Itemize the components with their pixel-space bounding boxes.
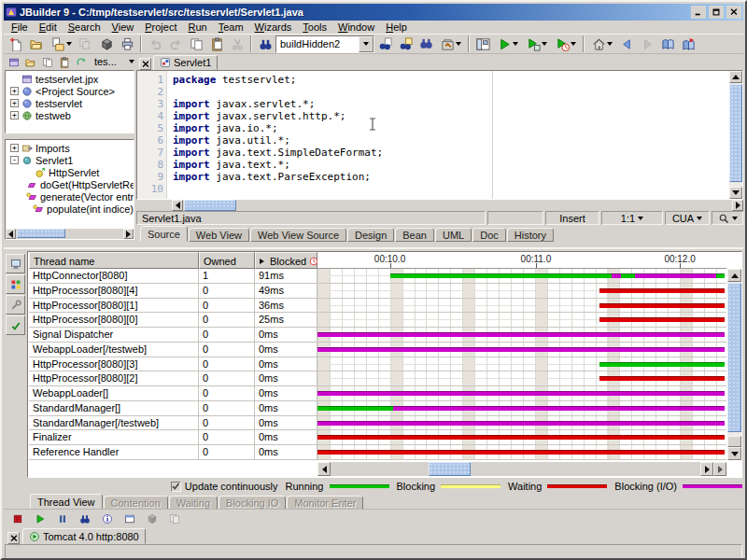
column-header-owned[interactable]: Owned xyxy=(199,252,255,269)
code-line[interactable]: 6import java.util.*; xyxy=(137,134,727,147)
update-continuously-checkbox[interactable]: Update continuously xyxy=(171,481,278,492)
save-file-button[interactable] xyxy=(47,34,76,54)
tab-servlet1[interactable]: Servlet1 xyxy=(153,55,218,70)
title-bar[interactable]: JBuilder 9 - C:/tmp/testservlet/src/test… xyxy=(4,4,743,21)
timeline-row[interactable] xyxy=(317,343,726,357)
context-help-button[interactable] xyxy=(678,34,698,54)
thread-row-name[interactable]: HttpProcessor[8080][2] xyxy=(29,371,199,386)
scrollbar-thumb[interactable] xyxy=(727,283,741,432)
project-tree-item-testservlet[interactable]: +testservlet xyxy=(8,97,134,109)
timeline-row[interactable] xyxy=(317,386,726,401)
timeline-vscrollbar[interactable] xyxy=(727,269,741,460)
scrollbar-thumb[interactable] xyxy=(17,229,65,238)
cut-button[interactable] xyxy=(227,34,247,54)
menu-help[interactable]: Help xyxy=(380,21,413,33)
remove-files-button[interactable] xyxy=(57,54,73,70)
close-project-button[interactable] xyxy=(6,54,21,70)
structure-hscrollbar[interactable] xyxy=(6,229,134,239)
scroll-right-button[interactable] xyxy=(123,229,134,239)
reset-program-button[interactable] xyxy=(7,510,28,527)
timeline-row[interactable] xyxy=(317,416,726,431)
status-caret-position[interactable]: 1:1 xyxy=(601,211,663,225)
timeline-hscrollbar[interactable] xyxy=(317,462,726,476)
redo-button[interactable] xyxy=(165,34,186,54)
timeline-row[interactable] xyxy=(317,371,726,386)
column-header-blocked[interactable]: Blocked xyxy=(255,252,317,269)
scroll-up-button[interactable] xyxy=(729,71,742,83)
run-button[interactable] xyxy=(493,34,522,54)
status-keymap[interactable]: CUA xyxy=(665,211,710,225)
thread-row-name[interactable]: StandardManager[] xyxy=(29,401,199,416)
structure-tree-item-generate-vector-entrepr[interactable]: generate(Vector entrepr xyxy=(8,190,134,203)
project-tree-item-testweb[interactable]: +testweb xyxy=(8,109,134,121)
menu-file[interactable]: File xyxy=(6,21,34,33)
optimizeit-button[interactable] xyxy=(587,34,616,54)
editor-layout-button[interactable] xyxy=(472,34,493,54)
back-button[interactable] xyxy=(616,34,637,54)
profile-options-button[interactable] xyxy=(6,274,25,294)
undo-button[interactable] xyxy=(145,34,165,54)
timeline-row[interactable] xyxy=(317,401,726,416)
active-project-combobox[interactable]: tes... xyxy=(92,55,136,69)
structure-tree-item-doget-httpservletreque[interactable]: doGet(HttpServletReque xyxy=(8,178,134,190)
snapshot-button[interactable] xyxy=(6,295,25,315)
timeline-row[interactable] xyxy=(317,313,726,328)
code-line[interactable]: 2 xyxy=(137,86,727,98)
minimize-button[interactable] xyxy=(691,6,706,19)
timeline-row[interactable] xyxy=(317,357,726,372)
save-all-button[interactable] xyxy=(76,34,96,54)
menu-run[interactable]: Run xyxy=(183,21,213,33)
gc-button[interactable] xyxy=(6,315,25,335)
scroll-down-button[interactable] xyxy=(727,447,741,460)
scroll-left-button[interactable] xyxy=(317,462,331,476)
thread-row-name[interactable]: HttpProcessor[8080][0] xyxy=(29,313,199,328)
add-files-button[interactable] xyxy=(39,54,55,70)
project-properties-button[interactable] xyxy=(96,34,117,54)
open-project-button[interactable] xyxy=(22,54,38,70)
view-threads-button[interactable] xyxy=(75,510,95,527)
view-tab-source[interactable]: Source xyxy=(140,226,188,242)
combobox-dropdown-button[interactable] xyxy=(359,36,374,52)
timeline-row[interactable] xyxy=(317,299,726,314)
code-line[interactable]: 8import java.text.*; xyxy=(137,159,727,171)
maximize-button[interactable] xyxy=(709,6,724,19)
column-header-thread-name[interactable]: Thread name xyxy=(29,252,199,269)
status-insert-mode[interactable]: Insert xyxy=(545,211,599,225)
tree-expander[interactable]: + xyxy=(10,87,19,95)
checkbox[interactable] xyxy=(171,482,181,492)
thread-row-name[interactable]: Reference Handler xyxy=(29,445,199,460)
timeline-row[interactable] xyxy=(317,284,726,299)
code-area[interactable]: 1package testservlet;23import javax.serv… xyxy=(137,74,727,195)
thread-row-name[interactable]: Finalizer xyxy=(29,430,199,445)
menu-project[interactable]: Project xyxy=(139,21,182,33)
search-again-button[interactable] xyxy=(374,34,395,54)
menu-view[interactable]: View xyxy=(106,21,140,33)
sync-edits-button[interactable] xyxy=(186,34,206,54)
debug-button[interactable] xyxy=(522,34,551,54)
code-line[interactable]: 1package testservlet; xyxy=(137,74,727,86)
thread-row-name[interactable]: StandardManager[/testweb] xyxy=(29,416,199,431)
resume-program-button[interactable] xyxy=(30,510,50,527)
menu-wizards[interactable]: Wizards xyxy=(249,21,298,33)
editor-vscrollbar[interactable] xyxy=(729,71,742,199)
new-file-button[interactable] xyxy=(6,34,26,54)
structure-tree-item-servlet1[interactable]: -Servlet1 xyxy=(8,154,134,166)
scrollbar-thumb[interactable] xyxy=(184,200,236,211)
print-button[interactable] xyxy=(117,34,137,54)
open-file-button[interactable] xyxy=(26,34,47,54)
view-tab-web-view-source[interactable]: Web View Source xyxy=(250,228,346,242)
detach-process-button[interactable] xyxy=(142,510,162,527)
thread-row-name[interactable]: HttpProcessor[8080][3] xyxy=(29,357,199,372)
project-tree-item--project-source-[interactable]: +<Project Source> xyxy=(8,85,134,97)
vm-info-button[interactable] xyxy=(97,510,118,527)
thread-row-name[interactable]: HttpConnector[8080] xyxy=(29,269,199,284)
thread-row-name[interactable]: HttpProcessor[8080][1] xyxy=(29,299,199,314)
profile-button[interactable] xyxy=(551,34,580,54)
scroll-up-button[interactable] xyxy=(727,269,741,282)
code-line[interactable]: 5import java.io.*; xyxy=(137,122,727,134)
status-zoom[interactable] xyxy=(712,211,743,225)
scrollbar-thumb[interactable] xyxy=(429,462,471,476)
view-tab-history[interactable]: History xyxy=(507,228,554,242)
view-tab-web-view[interactable]: Web View xyxy=(189,228,249,242)
code-line[interactable]: 3import javax.servlet.*; xyxy=(137,98,727,110)
